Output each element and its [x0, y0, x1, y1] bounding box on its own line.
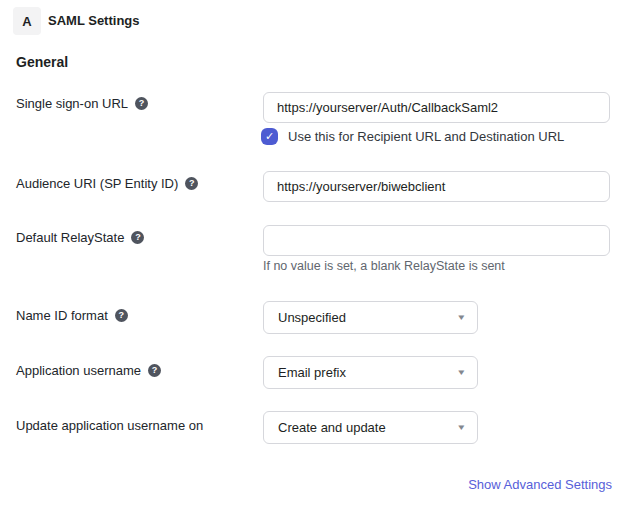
app-username-label-text: Application username: [16, 363, 141, 378]
relaystate-label: Default RelayState ?: [16, 230, 144, 245]
update-username-value: Create and update: [278, 420, 386, 435]
help-icon[interactable]: ?: [185, 177, 198, 190]
audience-uri-input[interactable]: [263, 171, 610, 202]
show-advanced-settings-link[interactable]: Show Advanced Settings: [468, 477, 612, 492]
audience-uri-label-text: Audience URI (SP Entity ID): [16, 176, 178, 191]
checkmark-icon: ✓: [265, 131, 274, 142]
help-glyph: ?: [189, 179, 195, 188]
relaystate-label-text: Default RelayState: [16, 230, 124, 245]
app-logo-badge: A: [13, 7, 41, 35]
recipient-url-checkbox-row: ✓ Use this for Recipient URL and Destina…: [261, 128, 564, 145]
help-glyph: ?: [139, 99, 145, 108]
app-username-label: Application username ?: [16, 363, 161, 378]
saml-settings-panel: A SAML Settings General Single sign-on U…: [0, 0, 624, 517]
audience-uri-label: Audience URI (SP Entity ID) ?: [16, 176, 198, 191]
help-icon[interactable]: ?: [148, 364, 161, 377]
relaystate-input[interactable]: [263, 225, 610, 256]
app-username-value: Email prefix: [278, 365, 346, 380]
relaystate-helper-text: If no value is set, a blank RelayState i…: [263, 259, 505, 273]
help-glyph: ?: [135, 233, 141, 242]
panel-title: SAML Settings: [48, 13, 140, 28]
chevron-down-icon: ▾: [459, 423, 465, 432]
chevron-down-icon: ▾: [459, 313, 465, 322]
name-id-format-label-text: Name ID format: [16, 308, 108, 323]
help-icon[interactable]: ?: [115, 309, 128, 322]
app-logo-letter: A: [22, 14, 31, 29]
app-username-select[interactable]: Email prefix ▾: [263, 356, 478, 389]
name-id-format-value: Unspecified: [278, 310, 346, 325]
update-username-select[interactable]: Create and update ▾: [263, 411, 478, 444]
help-icon[interactable]: ?: [135, 97, 148, 110]
sso-url-input[interactable]: [263, 92, 610, 123]
section-title-general: General: [16, 54, 68, 70]
help-icon[interactable]: ?: [131, 231, 144, 244]
chevron-down-icon: ▾: [459, 368, 465, 377]
sso-url-label-text: Single sign-on URL: [16, 96, 128, 111]
name-id-format-label: Name ID format ?: [16, 308, 128, 323]
update-username-label-text: Update application username on: [16, 418, 203, 433]
help-glyph: ?: [119, 311, 125, 320]
recipient-url-checkbox[interactable]: ✓: [261, 128, 278, 145]
sso-url-label: Single sign-on URL ?: [16, 96, 148, 111]
recipient-url-checkbox-label: Use this for Recipient URL and Destinati…: [288, 129, 564, 144]
update-username-label: Update application username on: [16, 418, 203, 433]
name-id-format-select[interactable]: Unspecified ▾: [263, 301, 478, 334]
help-glyph: ?: [152, 366, 158, 375]
